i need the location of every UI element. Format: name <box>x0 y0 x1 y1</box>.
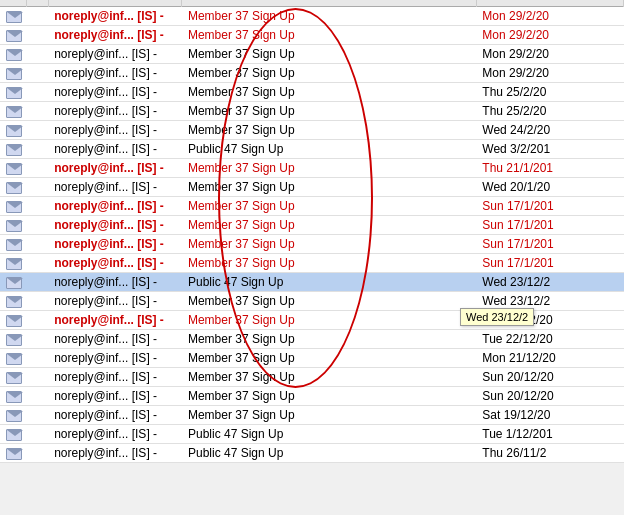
email-icon-cell <box>0 7 27 26</box>
table-row[interactable]: noreply@inf... [IS] -Member 37 Sign UpMo… <box>0 7 624 26</box>
email-icon-cell <box>0 102 27 121</box>
table-row[interactable]: noreply@inf... [IS] -Public 47 Sign UpTu… <box>0 425 624 444</box>
date-text: Wed 20/1/20 <box>482 180 550 194</box>
table-row[interactable]: noreply@inf... [IS] -Member 37 Sign UpSu… <box>0 254 624 273</box>
email-icon-cell <box>0 45 27 64</box>
from-address: noreply@inf... [IS] - <box>54 256 164 270</box>
from-address: noreply@inf... [IS] - <box>54 142 157 156</box>
date-text: Tue 1/12/201 <box>482 427 552 441</box>
subject-text: Public 47 Sign Up <box>188 142 283 156</box>
email-list-container: noreply@inf... [IS] -Member 37 Sign UpMo… <box>0 0 624 515</box>
date-cell: Sun 17/1/201 <box>476 216 623 235</box>
table-row[interactable]: noreply@inf... [IS] -Member 37 Sign UpWe… <box>0 178 624 197</box>
email-icon <box>6 163 22 175</box>
from-cell: noreply@inf... [IS] - <box>48 26 182 45</box>
subject-text: Member 37 Sign Up <box>188 199 295 213</box>
table-row[interactable]: noreply@inf... [IS] -Public 47 Sign UpWe… <box>0 273 624 292</box>
subject-text: Member 37 Sign Up <box>188 104 295 118</box>
date-cell: Mon 29/2/20 <box>476 64 623 83</box>
flag-cell <box>27 311 48 330</box>
from-cell: noreply@inf... [IS] - <box>48 102 182 121</box>
flag-cell <box>27 159 48 178</box>
email-icon <box>6 11 22 23</box>
email-icon-cell <box>0 26 27 45</box>
email-icon-cell <box>0 83 27 102</box>
date-cell: Wed 3/2/201 <box>476 140 623 159</box>
table-row[interactable]: noreply@inf... [IS] -Member 37 Sign UpTh… <box>0 102 624 121</box>
email-icon-cell <box>0 330 27 349</box>
email-icon-cell <box>0 349 27 368</box>
subject-cell: Member 37 Sign Up <box>182 349 476 368</box>
flag-cell <box>27 444 48 463</box>
date-cell: Wed 24/2/20 <box>476 121 623 140</box>
date-cell: Mon 29/2/20 <box>476 45 623 64</box>
date-text: Tue 22/12/20 <box>482 332 552 346</box>
email-icon <box>6 144 22 156</box>
from-address: noreply@inf... [IS] - <box>54 275 157 289</box>
flag-cell <box>27 83 48 102</box>
from-address: noreply@inf... [IS] - <box>54 370 157 384</box>
subject-text: Member 37 Sign Up <box>188 351 295 365</box>
date-text: Thu 26/11/2 <box>482 446 546 460</box>
date-cell: Mon 29/2/20 <box>476 7 623 26</box>
date-cell: Tue 22/12/20 <box>476 330 623 349</box>
subject-text: Public 47 Sign Up <box>188 427 283 441</box>
flag-cell <box>27 26 48 45</box>
subject-cell: Member 37 Sign Up <box>182 311 476 330</box>
from-cell: noreply@inf... [IS] - <box>48 349 182 368</box>
table-row[interactable]: noreply@inf... [IS] -Public 47 Sign UpTh… <box>0 444 624 463</box>
email-icon <box>6 49 22 61</box>
table-row[interactable]: noreply@inf... [IS] -Member 37 Sign UpMo… <box>0 45 624 64</box>
subject-text: Member 37 Sign Up <box>188 161 295 175</box>
table-row[interactable]: noreply@inf... [IS] -Member 37 Sign UpSu… <box>0 197 624 216</box>
from-address: noreply@inf... [IS] - <box>54 85 157 99</box>
table-row[interactable]: noreply@inf... [IS] -Member 37 Sign UpWe… <box>0 121 624 140</box>
email-icon-cell <box>0 368 27 387</box>
date-cell: Wed 20/1/20 <box>476 178 623 197</box>
subject-cell: Member 37 Sign Up <box>182 83 476 102</box>
subject-cell: Member 37 Sign Up <box>182 64 476 83</box>
table-row[interactable]: noreply@inf... [IS] -Member 37 Sign UpTh… <box>0 83 624 102</box>
table-row[interactable]: noreply@inf... [IS] -Member 37 Sign UpMo… <box>0 349 624 368</box>
table-row[interactable]: noreply@inf... [IS] -Public 47 Sign UpWe… <box>0 140 624 159</box>
subject-text: Member 37 Sign Up <box>188 256 295 270</box>
from-cell: noreply@inf... [IS] - <box>48 7 182 26</box>
email-icon <box>6 125 22 137</box>
from-address: noreply@inf... [IS] - <box>54 237 164 251</box>
table-row[interactable]: noreply@inf... [IS] -Member 37 Sign UpSu… <box>0 235 624 254</box>
from-address: noreply@inf... [IS] - <box>54 294 157 308</box>
table-row[interactable]: noreply@inf... [IS] -Member 37 Sign UpMo… <box>0 64 624 83</box>
from-cell: noreply@inf... [IS] - <box>48 406 182 425</box>
from-cell: noreply@inf... [IS] - <box>48 83 182 102</box>
table-row[interactable]: noreply@inf... [IS] -Member 37 Sign UpSu… <box>0 216 624 235</box>
table-row[interactable]: noreply@inf... [IS] -Member 37 Sign UpTh… <box>0 159 624 178</box>
date-text: Sun 17/1/201 <box>482 218 553 232</box>
email-icon <box>6 448 22 460</box>
email-icon-cell <box>0 254 27 273</box>
from-cell: noreply@inf... [IS] - <box>48 387 182 406</box>
table-row[interactable]: noreply@inf... [IS] -Member 37 Sign UpSa… <box>0 406 624 425</box>
date-text: Mon 29/2/20 <box>482 9 549 23</box>
tooltip-box: Wed 23/12/2 <box>460 308 534 326</box>
email-icon <box>6 334 22 346</box>
from-cell: noreply@inf... [IS] - <box>48 45 182 64</box>
subject-cell: Member 37 Sign Up <box>182 26 476 45</box>
table-row[interactable]: noreply@inf... [IS] -Member 37 Sign UpTu… <box>0 330 624 349</box>
table-row[interactable]: noreply@inf... [IS] -Member 37 Sign UpMo… <box>0 26 624 45</box>
flag-cell <box>27 406 48 425</box>
table-row[interactable]: noreply@inf... [IS] -Member 37 Sign UpSu… <box>0 387 624 406</box>
subject-text: Member 37 Sign Up <box>188 180 295 194</box>
flag-cell <box>27 178 48 197</box>
date-text: Thu 25/2/20 <box>482 85 546 99</box>
table-row[interactable]: noreply@inf... [IS] -Member 37 Sign UpSu… <box>0 368 624 387</box>
subject-cell: Member 37 Sign Up <box>182 102 476 121</box>
from-cell: noreply@inf... [IS] - <box>48 235 182 254</box>
from-address: noreply@inf... [IS] - <box>54 47 157 61</box>
date-text: Sun 17/1/201 <box>482 256 553 270</box>
date-text: Sun 17/1/201 <box>482 237 553 251</box>
subject-text: Member 37 Sign Up <box>188 237 295 251</box>
subject-text: Member 37 Sign Up <box>188 332 295 346</box>
from-address: noreply@inf... [IS] - <box>54 28 164 42</box>
subject-cell: Member 37 Sign Up <box>182 254 476 273</box>
email-icon <box>6 277 22 289</box>
